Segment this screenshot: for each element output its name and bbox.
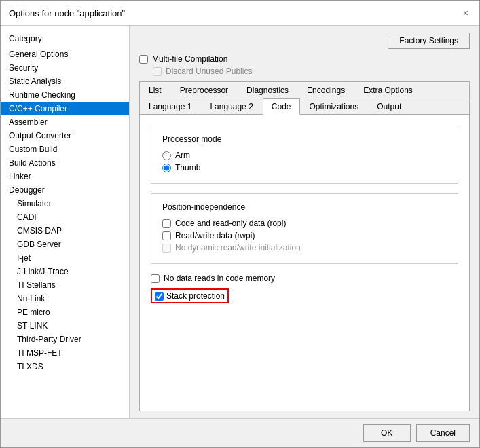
- category-label: Category:: [1, 31, 129, 48]
- multi-file-checkbox[interactable]: [139, 55, 148, 64]
- no-data-reads-checkbox[interactable]: [151, 274, 160, 283]
- processor-mode-row-thumb: Thumb: [162, 163, 447, 172]
- pos-independence-label-rwpi: Read/write data (rwpi): [175, 231, 255, 240]
- dialog: Options for node "application" × Categor…: [0, 0, 480, 448]
- tab-language1[interactable]: Language 1: [140, 98, 200, 114]
- pos-independence-row-rwpi: Read/write data (rwpi): [162, 231, 447, 240]
- processor-mode-label-arm: Arm: [175, 151, 190, 160]
- sidebar-item-pe-micro[interactable]: PE micro: [1, 305, 129, 319]
- sidebar-item-i-jet[interactable]: I-jet: [1, 251, 129, 265]
- sidebar-item-security[interactable]: Security: [1, 61, 129, 75]
- sidebar-item-custom-build[interactable]: Custom Build: [1, 143, 129, 156]
- position-independence-section: Position-independence Code and read-only…: [151, 193, 458, 264]
- stack-protection-label: Stack protection: [166, 291, 225, 301]
- pos-independence-checkbox-ropi[interactable]: [162, 219, 171, 228]
- position-independence-title: Position-independence: [162, 202, 447, 212]
- sidebar-item-third-party-driver[interactable]: Third-Party Driver: [1, 333, 129, 346]
- factory-settings-button[interactable]: Factory Settings: [388, 33, 470, 49]
- processor-mode-radio-thumb[interactable]: [162, 164, 171, 172]
- sidebar-item-cadi[interactable]: CADI: [1, 210, 129, 224]
- pos-independence-row-no-dynamic: No dynamic read/write initialization: [162, 243, 447, 253]
- tabs-container: ListPreprocessorDiagnosticsEncodingsExtr…: [139, 81, 470, 411]
- tab-row-1: ListPreprocessorDiagnosticsEncodingsExtr…: [140, 82, 469, 98]
- close-button[interactable]: ×: [460, 6, 471, 20]
- processor-mode-label-thumb: Thumb: [175, 163, 200, 172]
- stack-protection-highlight: Stack protection: [151, 288, 229, 303]
- sidebar-item-general-options[interactable]: General Options: [1, 48, 129, 61]
- processor-mode-section: Processor mode ArmThumb: [151, 126, 458, 184]
- sidebar-item-assembler[interactable]: Assembler: [1, 115, 129, 129]
- tab-encodings[interactable]: Encodings: [298, 82, 354, 98]
- pos-independence-checkbox-rwpi[interactable]: [162, 231, 171, 240]
- sidebar-item-gdb-server[interactable]: GDB Server: [1, 238, 129, 251]
- pos-independence-row-ropi: Code and read-only data (ropi): [162, 219, 447, 228]
- pos-independence-label-ropi: Code and read-only data (ropi): [175, 219, 286, 228]
- tab-row-2: Language 1Language 2CodeOptimizationsOut…: [140, 98, 469, 115]
- stack-protection-checkbox[interactable]: [155, 292, 164, 301]
- dialog-title: Options for node "application": [9, 8, 125, 18]
- position-independence-options: Code and read-only data (ropi)Read/write…: [162, 219, 447, 253]
- discard-unused-label: Discard Unused Publics: [166, 67, 252, 76]
- sidebar-item-static-analysis[interactable]: Static Analysis: [1, 75, 129, 88]
- sidebar-item-ti-stellaris[interactable]: TI Stellaris: [1, 278, 129, 292]
- sidebar-item-runtime-checking[interactable]: Runtime Checking: [1, 88, 129, 102]
- tab-diagnostics[interactable]: Diagnostics: [238, 82, 297, 98]
- sidebar-item-ti-xds[interactable]: TI XDS: [1, 360, 129, 373]
- dialog-footer: OK Cancel: [1, 418, 479, 447]
- processor-mode-radio-arm[interactable]: [162, 151, 171, 160]
- discard-unused-row: Discard Unused Publics: [153, 67, 470, 76]
- sidebar-item-output-converter[interactable]: Output Converter: [1, 129, 129, 143]
- sidebar: Category: General OptionsSecurityStatic …: [1, 26, 130, 418]
- tab-extra-options[interactable]: Extra Options: [354, 82, 422, 98]
- sidebar-item-cpp-compiler[interactable]: C/C++ Compiler: [1, 102, 129, 115]
- cancel-button[interactable]: Cancel: [416, 424, 470, 442]
- sidebar-item-ti-msp-fet[interactable]: TI MSP-FET: [1, 346, 129, 360]
- sidebar-item-linker[interactable]: Linker: [1, 170, 129, 183]
- tab-optimizations[interactable]: Optimizations: [301, 98, 368, 114]
- processor-mode-title: Processor mode: [162, 134, 447, 144]
- ok-button[interactable]: OK: [363, 424, 411, 442]
- pos-independence-label-no-dynamic: No dynamic read/write initialization: [175, 243, 301, 253]
- tab-content: Processor mode ArmThumb Position-indepen…: [140, 115, 469, 411]
- sidebar-item-jlink-jtrace[interactable]: J-Link/J-Trace: [1, 265, 129, 278]
- multi-file-label: Multi-file Compilation: [152, 54, 227, 64]
- sidebar-item-cmsis-dap[interactable]: CMSIS DAP: [1, 224, 129, 238]
- title-bar: Options for node "application" ×: [1, 1, 479, 26]
- sidebar-item-simulator[interactable]: Simulator: [1, 197, 129, 210]
- no-data-reads-row: No data reads in code memory: [151, 274, 458, 283]
- sidebar-item-nu-link[interactable]: Nu-Link: [1, 292, 129, 305]
- sidebar-item-build-actions[interactable]: Build Actions: [1, 156, 129, 170]
- dialog-body: Category: General OptionsSecurityStatic …: [1, 26, 479, 418]
- main-panel: Factory Settings Multi-file Compilation …: [130, 26, 479, 418]
- tab-language2[interactable]: Language 2: [201, 98, 261, 114]
- no-data-reads-label: No data reads in code memory: [164, 274, 275, 283]
- sidebar-item-debugger[interactable]: Debugger: [1, 183, 129, 197]
- processor-mode-row-arm: Arm: [162, 151, 447, 160]
- tab-output[interactable]: Output: [368, 98, 410, 114]
- top-options: Multi-file Compilation Discard Unused Pu…: [139, 54, 470, 76]
- discard-unused-checkbox[interactable]: [153, 67, 162, 76]
- multi-file-row: Multi-file Compilation: [139, 54, 470, 64]
- pos-independence-checkbox-no-dynamic[interactable]: [162, 244, 171, 253]
- processor-mode-options: ArmThumb: [162, 151, 447, 172]
- tab-code[interactable]: Code: [263, 98, 300, 115]
- tab-list[interactable]: List: [140, 82, 170, 98]
- factory-btn-row: Factory Settings: [139, 33, 470, 49]
- tab-preprocessor[interactable]: Preprocessor: [171, 82, 237, 98]
- sidebar-item-st-link[interactable]: ST-LINK: [1, 319, 129, 333]
